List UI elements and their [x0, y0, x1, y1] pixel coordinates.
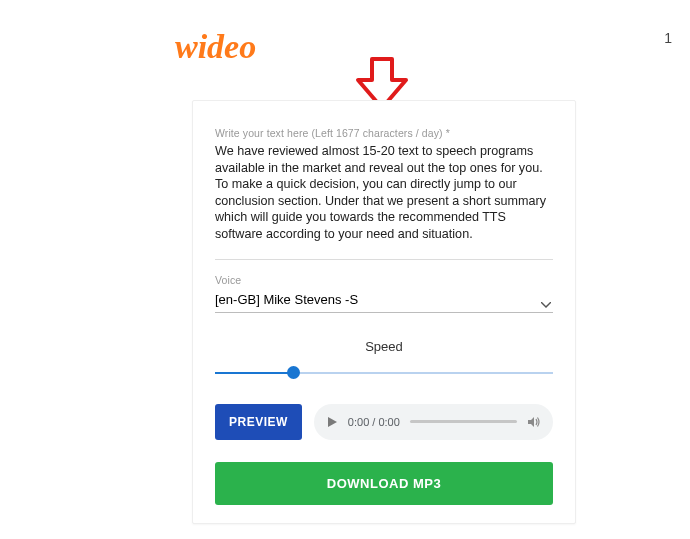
- voice-selected-value: [en-GB] Mike Stevens -S: [215, 292, 358, 307]
- voice-label: Voice: [215, 274, 553, 286]
- header-right-text: 1: [664, 30, 672, 46]
- audio-time-display: 0:00 / 0:00: [348, 416, 400, 428]
- audio-progress-track[interactable]: [410, 420, 517, 423]
- text-field-label: Write your text here (Left 1677 characte…: [215, 127, 553, 139]
- play-icon[interactable]: [326, 416, 338, 428]
- chevron-down-icon: [541, 294, 551, 312]
- preview-button[interactable]: PREVIEW: [215, 404, 302, 440]
- tts-form-card: Write your text here (Left 1677 characte…: [192, 100, 576, 524]
- voice-select[interactable]: [en-GB] Mike Stevens -S: [215, 290, 553, 313]
- brand-logo: wideo: [175, 28, 256, 66]
- divider: [215, 259, 553, 260]
- text-input[interactable]: We have reviewed almost 15-20 text to sp…: [215, 143, 553, 243]
- audio-player[interactable]: 0:00 / 0:00: [314, 404, 553, 440]
- speed-slider[interactable]: [215, 372, 553, 374]
- speed-label: Speed: [215, 339, 553, 354]
- download-mp3-button[interactable]: DOWNLOAD MP3: [215, 462, 553, 505]
- volume-icon[interactable]: [527, 415, 541, 429]
